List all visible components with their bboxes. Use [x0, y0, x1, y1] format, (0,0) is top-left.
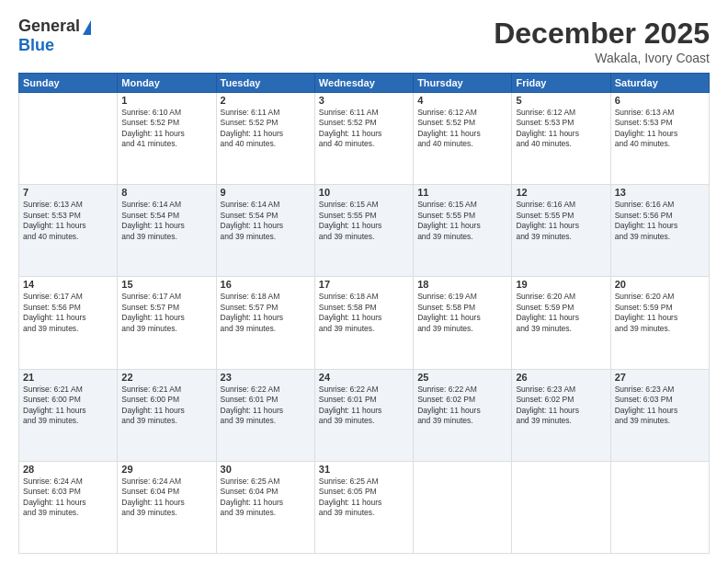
- day-number: 24: [319, 372, 409, 383]
- day-info: Sunrise: 6:13 AMSunset: 5:53 PMDaylight:…: [23, 200, 113, 242]
- calendar-cell: 23Sunrise: 6:22 AMSunset: 6:01 PMDayligh…: [216, 369, 314, 461]
- day-info: Sunrise: 6:13 AMSunset: 5:53 PMDaylight:…: [615, 108, 705, 150]
- day-number: 23: [221, 372, 311, 383]
- calendar-cell: 4Sunrise: 6:12 AMSunset: 5:52 PMDaylight…: [414, 93, 512, 185]
- day-info: Sunrise: 6:21 AMSunset: 6:00 PMDaylight:…: [121, 385, 211, 427]
- calendar-cell: 31Sunrise: 6:25 AMSunset: 6:05 PMDayligh…: [314, 461, 413, 553]
- calendar-cell: 24Sunrise: 6:22 AMSunset: 6:01 PMDayligh…: [314, 369, 413, 461]
- day-info: Sunrise: 6:14 AMSunset: 5:54 PMDaylight:…: [121, 200, 211, 242]
- day-info: Sunrise: 6:21 AMSunset: 6:00 PMDaylight:…: [23, 385, 113, 427]
- calendar-week-row: 1Sunrise: 6:10 AMSunset: 5:52 PMDaylight…: [19, 93, 710, 185]
- day-info: Sunrise: 6:23 AMSunset: 6:03 PMDaylight:…: [615, 385, 705, 427]
- day-number: 21: [23, 372, 113, 383]
- calendar-cell: 12Sunrise: 6:16 AMSunset: 5:55 PMDayligh…: [512, 185, 610, 277]
- day-info: Sunrise: 6:15 AMSunset: 5:55 PMDaylight:…: [417, 200, 507, 242]
- day-number: 20: [615, 279, 705, 290]
- day-info: Sunrise: 6:17 AMSunset: 5:57 PMDaylight:…: [121, 292, 211, 334]
- day-info: Sunrise: 6:20 AMSunset: 5:59 PMDaylight:…: [516, 292, 606, 334]
- calendar-cell: 8Sunrise: 6:14 AMSunset: 5:54 PMDaylight…: [118, 185, 216, 277]
- day-number: 6: [615, 95, 705, 106]
- logo-line1: General: [18, 17, 91, 36]
- day-info: Sunrise: 6:18 AMSunset: 5:58 PMDaylight:…: [319, 292, 409, 334]
- calendar-cell: 29Sunrise: 6:24 AMSunset: 6:04 PMDayligh…: [118, 461, 216, 553]
- day-number: 13: [615, 187, 705, 198]
- day-number: 5: [516, 95, 606, 106]
- day-info: Sunrise: 6:24 AMSunset: 6:03 PMDaylight:…: [23, 477, 113, 519]
- day-header-friday: Friday: [512, 74, 610, 93]
- day-number: 12: [516, 187, 606, 198]
- day-number: 10: [319, 187, 409, 198]
- day-info: Sunrise: 6:25 AMSunset: 6:05 PMDaylight:…: [319, 477, 409, 519]
- day-header-sunday: Sunday: [19, 74, 118, 93]
- day-info: Sunrise: 6:12 AMSunset: 5:52 PMDaylight:…: [417, 108, 507, 150]
- calendar-cell: 19Sunrise: 6:20 AMSunset: 5:59 PMDayligh…: [512, 277, 610, 369]
- page: General Blue December 2025 Wakala, Ivory…: [0, 0, 728, 563]
- day-info: Sunrise: 6:22 AMSunset: 6:01 PMDaylight:…: [319, 385, 409, 427]
- calendar-cell: 7Sunrise: 6:13 AMSunset: 5:53 PMDaylight…: [19, 185, 118, 277]
- calendar-cell: 6Sunrise: 6:13 AMSunset: 5:53 PMDaylight…: [610, 93, 709, 185]
- day-number: 19: [516, 279, 606, 290]
- day-number: 7: [23, 187, 113, 198]
- calendar-cell: 17Sunrise: 6:18 AMSunset: 5:58 PMDayligh…: [314, 277, 413, 369]
- day-info: Sunrise: 6:15 AMSunset: 5:55 PMDaylight:…: [319, 200, 409, 242]
- day-info: Sunrise: 6:11 AMSunset: 5:52 PMDaylight:…: [221, 108, 311, 150]
- title-block: December 2025 Wakala, Ivory Coast: [494, 17, 710, 65]
- day-header-wednesday: Wednesday: [314, 74, 413, 93]
- day-number: 30: [221, 464, 311, 475]
- day-number: 14: [23, 279, 113, 290]
- calendar-cell: 3Sunrise: 6:11 AMSunset: 5:52 PMDaylight…: [314, 93, 413, 185]
- calendar-cell: [414, 461, 512, 553]
- logo-general-text: General: [18, 17, 80, 36]
- day-number: 9: [221, 187, 311, 198]
- calendar-cell: 21Sunrise: 6:21 AMSunset: 6:00 PMDayligh…: [19, 369, 118, 461]
- month-title: December 2025: [494, 17, 710, 51]
- day-number: 18: [417, 279, 507, 290]
- day-info: Sunrise: 6:16 AMSunset: 5:56 PMDaylight:…: [615, 200, 705, 242]
- calendar-cell: 10Sunrise: 6:15 AMSunset: 5:55 PMDayligh…: [314, 185, 413, 277]
- day-header-saturday: Saturday: [610, 74, 709, 93]
- day-number: 26: [516, 372, 606, 383]
- day-number: 31: [319, 464, 409, 475]
- day-info: Sunrise: 6:11 AMSunset: 5:52 PMDaylight:…: [319, 108, 409, 150]
- calendar-header-row: SundayMondayTuesdayWednesdayThursdayFrid…: [19, 74, 710, 93]
- day-info: Sunrise: 6:12 AMSunset: 5:53 PMDaylight:…: [516, 108, 606, 150]
- calendar-cell: 2Sunrise: 6:11 AMSunset: 5:52 PMDaylight…: [216, 93, 314, 185]
- day-header-monday: Monday: [118, 74, 216, 93]
- calendar-cell: 16Sunrise: 6:18 AMSunset: 5:57 PMDayligh…: [216, 277, 314, 369]
- calendar-cell: 22Sunrise: 6:21 AMSunset: 6:00 PMDayligh…: [118, 369, 216, 461]
- location: Wakala, Ivory Coast: [494, 51, 710, 65]
- calendar-cell: 9Sunrise: 6:14 AMSunset: 5:54 PMDaylight…: [216, 185, 314, 277]
- day-number: 4: [417, 95, 507, 106]
- calendar-cell: 13Sunrise: 6:16 AMSunset: 5:56 PMDayligh…: [610, 185, 709, 277]
- day-info: Sunrise: 6:14 AMSunset: 5:54 PMDaylight:…: [221, 200, 311, 242]
- day-info: Sunrise: 6:22 AMSunset: 6:02 PMDaylight:…: [417, 385, 507, 427]
- logo-triangle-icon: [83, 20, 91, 35]
- calendar-week-row: 28Sunrise: 6:24 AMSunset: 6:03 PMDayligh…: [19, 461, 710, 553]
- calendar-cell: 18Sunrise: 6:19 AMSunset: 5:58 PMDayligh…: [414, 277, 512, 369]
- day-info: Sunrise: 6:25 AMSunset: 6:04 PMDaylight:…: [221, 477, 311, 519]
- calendar-table: SundayMondayTuesdayWednesdayThursdayFrid…: [18, 73, 710, 554]
- calendar-cell: 27Sunrise: 6:23 AMSunset: 6:03 PMDayligh…: [610, 369, 709, 461]
- calendar-cell: [512, 461, 610, 553]
- logo: General Blue: [18, 17, 91, 55]
- day-info: Sunrise: 6:16 AMSunset: 5:55 PMDaylight:…: [516, 200, 606, 242]
- calendar-cell: 11Sunrise: 6:15 AMSunset: 5:55 PMDayligh…: [414, 185, 512, 277]
- calendar-cell: 15Sunrise: 6:17 AMSunset: 5:57 PMDayligh…: [118, 277, 216, 369]
- day-header-thursday: Thursday: [414, 74, 512, 93]
- calendar-cell: 1Sunrise: 6:10 AMSunset: 5:52 PMDaylight…: [118, 93, 216, 185]
- calendar-week-row: 7Sunrise: 6:13 AMSunset: 5:53 PMDaylight…: [19, 185, 710, 277]
- day-number: 22: [121, 372, 211, 383]
- day-number: 8: [121, 187, 211, 198]
- day-number: 17: [319, 279, 409, 290]
- calendar-week-row: 21Sunrise: 6:21 AMSunset: 6:00 PMDayligh…: [19, 369, 710, 461]
- day-number: 29: [121, 464, 211, 475]
- calendar-cell: 26Sunrise: 6:23 AMSunset: 6:02 PMDayligh…: [512, 369, 610, 461]
- calendar-week-row: 14Sunrise: 6:17 AMSunset: 5:56 PMDayligh…: [19, 277, 710, 369]
- logo-blue-text: Blue: [18, 36, 54, 55]
- day-number: 2: [221, 95, 311, 106]
- day-header-tuesday: Tuesday: [216, 74, 314, 93]
- day-info: Sunrise: 6:20 AMSunset: 5:59 PMDaylight:…: [615, 292, 705, 334]
- calendar-cell: 28Sunrise: 6:24 AMSunset: 6:03 PMDayligh…: [19, 461, 118, 553]
- day-number: 25: [417, 372, 507, 383]
- day-number: 3: [319, 95, 409, 106]
